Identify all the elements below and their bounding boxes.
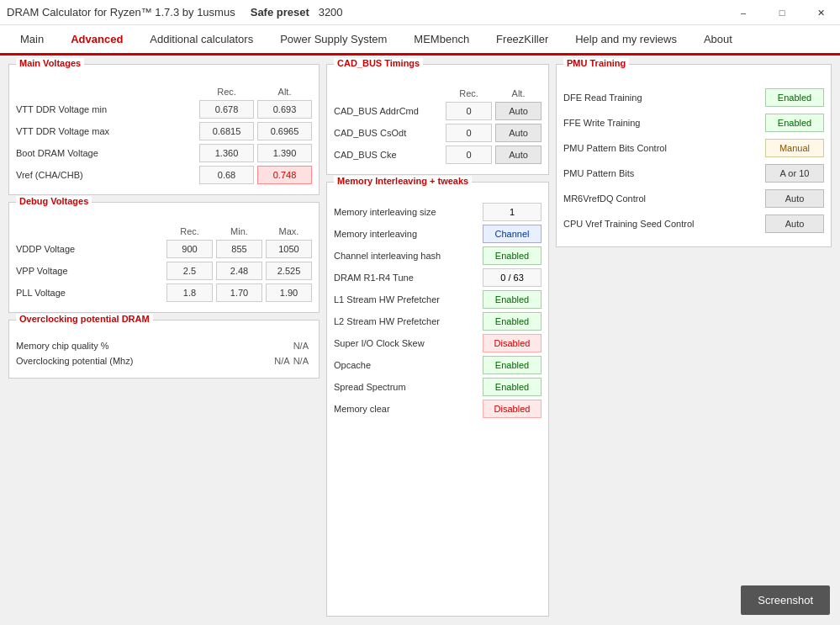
addrcmd-rec[interactable] <box>446 102 492 120</box>
nav-item-freezkiller[interactable]: FreezKiller <box>483 25 562 56</box>
vddp-min[interactable] <box>216 240 262 258</box>
l2-stream-btn[interactable]: Enabled <box>483 312 542 331</box>
ffe-write-btn[interactable]: Enabled <box>765 114 824 132</box>
table-row: CPU Vref Training Seed Control Auto <box>563 215 824 233</box>
pll-rec[interactable] <box>166 283 213 302</box>
vpp-rec[interactable] <box>166 262 213 280</box>
table-row: CAD_BUS CsOdt Auto <box>334 124 542 142</box>
screenshot-button[interactable]: Screenshot <box>741 585 830 615</box>
table-row: L1 Stream HW Prefetcher Enabled <box>334 290 542 309</box>
cad-table: Rec. Alt. CAD_BUS AddrCmd Auto CAD_BUS C… <box>334 88 542 164</box>
nav-item-additional[interactable]: Additional calculators <box>136 25 267 56</box>
boot-dram-rec[interactable] <box>199 144 254 162</box>
vddp-rec[interactable] <box>166 240 213 258</box>
table-row: VDDP Voltage <box>16 240 312 258</box>
oc-potential-value1: N/A <box>274 356 289 366</box>
vpp-min[interactable] <box>216 262 262 280</box>
addrcmd-alt-btn[interactable]: Auto <box>495 102 542 120</box>
vtt-max-label: VTT DDR Voltage max <box>16 126 199 136</box>
spread-spectrum-label: Spread Spectrum <box>334 382 483 392</box>
pll-label: PLL Voltage <box>16 288 166 298</box>
table-row: Channel interleaving hash Enabled <box>334 246 542 265</box>
csodt-rec[interactable] <box>446 124 492 142</box>
vtt-max-rec[interactable] <box>199 122 254 140</box>
ci-hash-btn[interactable]: Enabled <box>483 246 542 265</box>
cpu-vref-btn[interactable]: Auto <box>765 215 824 233</box>
pmu-pattern-ctrl-btn[interactable]: Manual <box>765 139 824 157</box>
spread-spectrum-btn[interactable]: Enabled <box>483 378 542 396</box>
boot-dram-alt[interactable] <box>257 144 312 162</box>
vtt-min-alt[interactable] <box>257 100 312 119</box>
vddp-max[interactable] <box>266 240 312 258</box>
table-row: Overclocking potential (Mhz) N/A N/A <box>16 356 312 366</box>
vddp-label: VDDP Voltage <box>16 244 166 254</box>
mem-interleaving-title: Memory Interleaving + tweaks <box>334 176 472 186</box>
restore-button[interactable]: □ <box>763 0 801 25</box>
vtt-min-inputs <box>199 100 312 119</box>
table-row: Opcache Enabled <box>334 356 542 374</box>
cad-header: Rec. Alt. <box>334 88 542 98</box>
nav-item-about[interactable]: About <box>690 25 746 56</box>
vpp-max[interactable] <box>266 262 312 280</box>
table-row: VTT DDR Voltage min <box>16 100 312 119</box>
main-voltages-header: Rec. Alt. <box>16 87 312 97</box>
pll-min[interactable] <box>216 283 262 302</box>
memory-clear-label: Memory clear <box>334 404 483 414</box>
app-title: DRAM Calculator for Ryzen™ 1.7.3 by 1usm… <box>7 6 343 19</box>
l1-stream-btn[interactable]: Enabled <box>483 290 542 309</box>
vref-alt[interactable] <box>257 166 312 184</box>
close-button[interactable]: ✕ <box>801 0 840 25</box>
cke-rec[interactable] <box>446 146 492 164</box>
memory-chip-quality-label: Memory chip quality % <box>16 341 293 351</box>
vpp-inputs <box>166 262 312 280</box>
pmu-title: PMU Training <box>563 58 629 68</box>
cad-alt-header: Alt. <box>495 88 542 98</box>
pmu-pattern-ctrl-label: PMU Pattern Bits Control <box>563 143 765 153</box>
safe-preset-label: Safe preset <box>251 6 309 19</box>
main-voltages-title: Main Voltages <box>16 58 84 68</box>
table-row: L2 Stream HW Prefetcher Enabled <box>334 312 542 331</box>
nav-item-main[interactable]: Main <box>7 25 57 56</box>
super-io-label: Super I/O Clock Skew <box>334 338 483 348</box>
safe-preset-value: 3200 <box>319 6 343 19</box>
mid-col-inner: CAD_BUS Timings Rec. Alt. CAD_BUS AddrCm… <box>326 64 549 617</box>
ffe-write-label: FFE Write Training <box>563 118 765 128</box>
nav-item-membench[interactable]: MEMbench <box>400 25 483 56</box>
l1-stream-label: L1 Stream HW Prefetcher <box>334 294 483 305</box>
boot-dram-inputs <box>199 144 312 162</box>
opcache-btn[interactable]: Enabled <box>483 356 542 374</box>
table-row: VPP Voltage <box>16 262 312 280</box>
vref-rec[interactable] <box>199 166 254 184</box>
nav-item-help[interactable]: Help and my reviews <box>562 25 690 56</box>
pll-max[interactable] <box>266 283 312 302</box>
nav-item-pss[interactable]: Power Supply System <box>267 25 400 56</box>
table-row: DFE Read Training Enabled <box>563 88 824 107</box>
main-voltages-panel: Main Voltages Rec. Alt. VTT DDR Voltage … <box>8 64 320 195</box>
mi-channel-btn[interactable]: Channel <box>483 225 542 243</box>
dram-r1r4-label: DRAM R1-R4 Tune <box>334 273 483 283</box>
minimize-button[interactable]: – <box>724 0 763 25</box>
table-row: Memory clear Disabled <box>334 400 542 418</box>
nav-bar: Main Advanced Additional calculators Pow… <box>0 25 840 56</box>
nav-item-advanced[interactable]: Advanced <box>57 25 136 56</box>
debug-voltages-header: Rec. Min. Max. <box>16 226 312 236</box>
mr6vrefdq-btn[interactable]: Auto <box>765 189 824 208</box>
table-row: Memory chip quality % N/A <box>16 341 312 351</box>
memory-clear-btn[interactable]: Disabled <box>483 400 542 418</box>
table-row: Memory interleaving Channel <box>334 225 542 243</box>
vtt-max-alt[interactable] <box>257 122 312 140</box>
mid-column: CAD_BUS Timings Rec. Alt. CAD_BUS AddrCm… <box>326 64 549 617</box>
dfe-read-label: DFE Read Training <box>563 93 765 103</box>
table-row: Spread Spectrum Enabled <box>334 378 542 396</box>
dfe-read-btn[interactable]: Enabled <box>765 88 824 107</box>
csodt-alt-btn[interactable]: Auto <box>495 124 542 142</box>
pmu-pattern-bits-btn[interactable]: A or 10 <box>765 164 824 183</box>
debug-voltages-title: Debug Voltages <box>16 196 92 206</box>
vtt-min-rec[interactable] <box>199 100 254 119</box>
dram-r1r4-input[interactable] <box>483 268 542 287</box>
mi-size-input[interactable] <box>483 203 542 221</box>
cke-alt-btn[interactable]: Auto <box>495 146 542 164</box>
table-row: CAD_BUS AddrCmd Auto <box>334 102 542 120</box>
super-io-btn[interactable]: Disabled <box>483 334 542 352</box>
left-column: Main Voltages Rec. Alt. VTT DDR Voltage … <box>8 64 320 617</box>
